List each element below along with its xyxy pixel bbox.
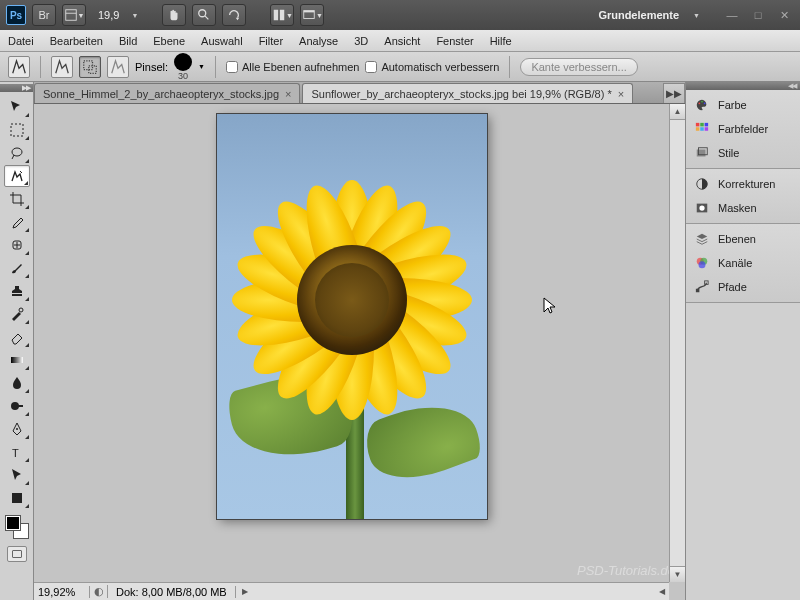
blur-tool[interactable] [4, 372, 30, 394]
document-tabstrip: Sonne_Himmel_2_by_archaeopteryx_stocks.j… [34, 82, 685, 104]
menu-analyse[interactable]: Analyse [299, 35, 338, 47]
history-brush-tool[interactable] [4, 303, 30, 325]
menu-auswahl[interactable]: Auswahl [201, 35, 243, 47]
panel-farbe[interactable]: Farbe [686, 93, 800, 117]
panel-korrekturen[interactable]: Korrekturen [686, 172, 800, 196]
menu-fenster[interactable]: Fenster [436, 35, 473, 47]
view-extras-button[interactable]: ▼ [62, 4, 86, 26]
dodge-tool[interactable] [4, 395, 30, 417]
panel-masken[interactable]: Masken [686, 196, 800, 220]
document-tab-active[interactable]: Sunflower_by_archaeopteryx_stocks.jpg be… [302, 83, 633, 103]
menu-hilfe[interactable]: Hilfe [490, 35, 512, 47]
menu-ansicht[interactable]: Ansicht [384, 35, 420, 47]
svg-point-2 [199, 10, 206, 17]
svg-rect-31 [705, 127, 709, 131]
svg-point-11 [12, 148, 22, 156]
close-window[interactable]: ✕ [777, 8, 791, 22]
marquee-tool[interactable] [4, 119, 30, 141]
swatches-icon [694, 121, 710, 137]
subtract-selection-mode[interactable] [107, 56, 129, 78]
selected-tool-icon[interactable] [8, 56, 30, 78]
shape-tool[interactable] [4, 487, 30, 509]
options-bar: Pinsel: 30 ▼ Alle Ebenen aufnehmen Autom… [0, 52, 800, 82]
type-tool[interactable]: T [4, 441, 30, 463]
workspace-switcher[interactable]: Grundelemente [590, 9, 687, 21]
new-selection-mode[interactable] [51, 56, 73, 78]
channels-icon [694, 255, 710, 271]
hand-tool-button[interactable] [162, 4, 186, 26]
panel-ebenen[interactable]: Ebenen [686, 227, 800, 251]
document-tab-inactive[interactable]: Sonne_Himmel_2_by_archaeopteryx_stocks.j… [34, 83, 300, 103]
brush-preview[interactable] [174, 53, 192, 71]
close-tab-icon[interactable]: × [618, 88, 624, 100]
menu-3d[interactable]: 3D [354, 35, 368, 47]
path-selection-tool[interactable] [4, 464, 30, 486]
svg-rect-17 [11, 357, 23, 363]
panel-stile[interactable]: Stile [686, 141, 800, 165]
refine-edge-button[interactable]: Kante verbessern... [520, 58, 637, 76]
svg-rect-27 [700, 123, 704, 127]
svg-rect-28 [705, 123, 709, 127]
masks-icon [694, 200, 710, 216]
svg-point-18 [11, 402, 19, 410]
document-canvas[interactable] [217, 114, 487, 519]
healing-tool[interactable] [4, 234, 30, 256]
canvas-viewport[interactable]: PSD-Tutorials.de ▲ ▼ 19,92% ◐ Dok: 8,00 … [34, 104, 685, 600]
auto-enhance-checkbox[interactable]: Automatisch verbessern [365, 61, 499, 73]
bridge-button[interactable]: Br [32, 4, 56, 26]
minimize-window[interactable]: — [725, 8, 739, 22]
screen-mode-button[interactable]: ▼ [300, 4, 324, 26]
svg-rect-10 [11, 124, 23, 136]
scroll-left-icon[interactable]: ◀ [655, 587, 669, 596]
panel-farbfelder[interactable]: Farbfelder [686, 117, 800, 141]
tab-overflow-button[interactable]: ▶▶ [663, 83, 685, 103]
svg-rect-7 [304, 11, 315, 13]
tab-title: Sunflower_by_archaeopteryx_stocks.jpg be… [311, 88, 611, 100]
menu-datei[interactable]: Datei [8, 35, 34, 47]
svg-point-24 [701, 101, 703, 103]
svg-point-16 [19, 308, 23, 312]
dock-header[interactable]: ◀◀ [686, 82, 800, 90]
move-tool[interactable] [4, 96, 30, 118]
vertical-scrollbar[interactable]: ▲ ▼ [669, 104, 685, 582]
clone-stamp-tool[interactable] [4, 280, 30, 302]
tools-panel-header[interactable]: ▶▶ [0, 84, 33, 92]
color-swatches[interactable] [6, 516, 28, 538]
maximize-window[interactable]: □ [751, 8, 765, 22]
scroll-up-icon[interactable]: ▲ [670, 104, 685, 120]
close-tab-icon[interactable]: × [285, 88, 291, 100]
sample-all-layers-checkbox[interactable]: Alle Ebenen aufnehmen [226, 61, 359, 73]
menu-ebene[interactable]: Ebene [153, 35, 185, 47]
menu-bild[interactable]: Bild [119, 35, 137, 47]
zoom-level[interactable]: 19,9 [92, 9, 125, 21]
panel-pfade[interactable]: Pfade [686, 275, 800, 299]
zoom-input[interactable]: 19,92% [34, 586, 90, 598]
rotate-view-button[interactable] [222, 4, 246, 26]
svg-point-39 [699, 261, 706, 268]
quick-mask-toggle[interactable] [7, 546, 27, 562]
eyedropper-tool[interactable] [4, 211, 30, 233]
eraser-tool[interactable] [4, 326, 30, 348]
menu-filter[interactable]: Filter [259, 35, 283, 47]
status-bar: 19,92% ◐ Dok: 8,00 MB/8,00 MB ▶ ◀ [34, 582, 669, 600]
arrange-documents-button[interactable]: ▼ [270, 4, 294, 26]
quick-selection-tool[interactable] [4, 165, 30, 187]
palette-icon [694, 97, 710, 113]
gradient-tool[interactable] [4, 349, 30, 371]
info-dropdown-icon[interactable]: ▶ [236, 587, 254, 596]
lasso-tool[interactable] [4, 142, 30, 164]
svg-rect-19 [18, 405, 23, 407]
scroll-down-icon[interactable]: ▼ [670, 566, 685, 582]
brush-tool[interactable] [4, 257, 30, 279]
menu-bearbeiten[interactable]: Bearbeiten [50, 35, 103, 47]
info-icon[interactable]: ◐ [90, 585, 108, 598]
zoom-tool-button[interactable] [192, 4, 216, 26]
pen-tool[interactable] [4, 418, 30, 440]
svg-rect-30 [700, 127, 704, 131]
application-bar: Ps Br ▼ 19,9 ▼ ▼ ▼ Grundelemente ▼ — □ ✕ [0, 0, 800, 30]
brush-label: Pinsel: [135, 61, 168, 73]
document-size[interactable]: Dok: 8,00 MB/8,00 MB [108, 586, 236, 598]
add-selection-mode[interactable] [79, 56, 101, 78]
panel-kanaele[interactable]: Kanäle [686, 251, 800, 275]
crop-tool[interactable] [4, 188, 30, 210]
